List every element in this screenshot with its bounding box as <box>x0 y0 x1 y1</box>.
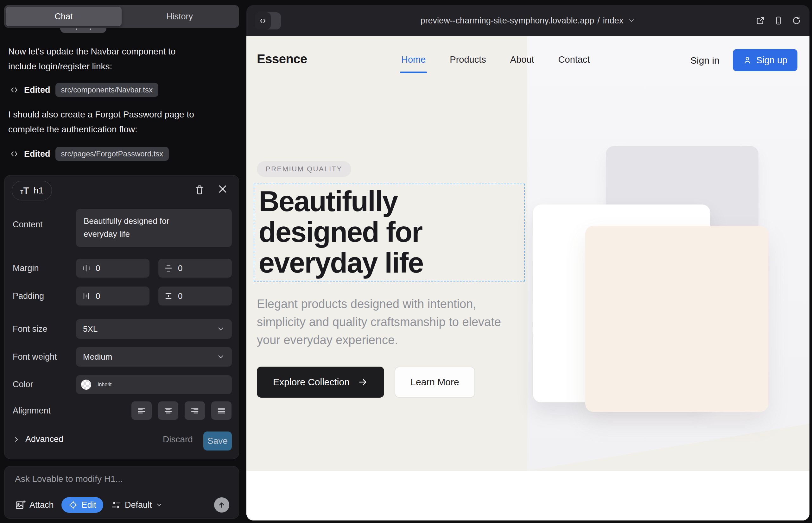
padding-x-input[interactable]: 0 <box>76 287 149 306</box>
tag-name: h1 <box>34 185 43 196</box>
composer-toolbar: Attach Edit Default <box>15 497 229 513</box>
close-icon[interactable] <box>217 184 228 194</box>
explore-collection-button[interactable]: Explore Collection <box>257 366 384 398</box>
preview-window: preview--charming-site-symphony.lovable.… <box>246 5 810 521</box>
align-justify-button[interactable] <box>211 401 231 420</box>
delete-element-button[interactable] <box>194 184 205 196</box>
align-left-button[interactable] <box>131 401 152 420</box>
font-weight-label: Font weight <box>13 352 57 362</box>
font-size-select[interactable]: 5XL <box>76 319 232 339</box>
nav-link-about[interactable]: About <box>510 54 534 65</box>
attach-button[interactable]: Attach <box>15 500 54 510</box>
attach-image-icon <box>15 500 26 510</box>
assistant-message: I should also create a Forgot Password p… <box>8 107 198 137</box>
decor-card-cream <box>585 226 768 412</box>
alignment-group <box>131 401 231 420</box>
url-separator: / <box>597 16 600 26</box>
margin-y-input[interactable]: 0 <box>158 259 232 278</box>
page-name: index <box>603 16 623 26</box>
sliders-icon <box>111 500 121 510</box>
align-center-button[interactable] <box>158 401 178 420</box>
cta-row: Explore Collection Learn More <box>257 366 475 398</box>
decorative-wedge <box>527 418 810 471</box>
nav-link-home[interactable]: Home <box>401 54 426 65</box>
learn-more-button[interactable]: Learn More <box>394 366 475 398</box>
refresh-icon <box>792 16 801 25</box>
chevron-down-icon <box>217 325 225 333</box>
open-external-button[interactable] <box>756 16 765 25</box>
chevron-down-icon <box>628 17 635 24</box>
assistant-message: Now let's update the Navbar component to… <box>8 44 198 74</box>
page-footer-section <box>246 471 810 521</box>
edited-file-row: Edited src/pages/ForgotPassword.tsx <box>10 147 169 161</box>
font-size-label: Font size <box>13 324 48 334</box>
url-breadcrumb[interactable]: preview--charming-site-symphony.lovable.… <box>246 5 810 36</box>
user-icon <box>743 56 752 65</box>
crosshair-icon <box>68 500 78 510</box>
tab-history[interactable]: History <box>122 7 237 26</box>
browser-chrome: preview--charming-site-symphony.lovable.… <box>246 5 810 36</box>
lovable-chat-panel: Chat History Now let's update the Navbar… <box>0 0 246 523</box>
margin-vertical-icon <box>164 264 173 273</box>
arrow-right-icon <box>358 377 368 387</box>
sign-up-button[interactable]: Sign up <box>733 49 797 71</box>
chrome-actions <box>756 5 801 36</box>
premium-badge: PREMIUM QUALITY <box>257 161 351 177</box>
chat-history-tabbar: Chat History <box>4 5 239 28</box>
mobile-view-button[interactable] <box>774 16 783 25</box>
color-select[interactable]: Inherit <box>76 375 232 394</box>
color-label: Color <box>13 380 33 390</box>
advanced-toggle[interactable]: Advanced <box>13 434 63 444</box>
color-swatch <box>81 380 91 390</box>
tab-chat[interactable]: Chat <box>6 7 122 26</box>
margin-x-input[interactable]: 0 <box>76 259 149 278</box>
send-button[interactable] <box>214 497 229 512</box>
edit-mode-button[interactable]: Edit <box>61 497 104 513</box>
margin-horizontal-icon <box>82 264 91 273</box>
hero-headline[interactable]: Beautifully designed for everyday life <box>259 186 477 278</box>
refresh-button[interactable] <box>792 16 801 25</box>
font-weight-select[interactable]: Medium <box>76 347 232 366</box>
padding-label: Padding <box>13 291 44 301</box>
hero-subtext: Elegant products designed with intention… <box>257 295 507 349</box>
sign-in-button[interactable]: Sign in <box>690 55 720 66</box>
code-icon <box>10 86 19 94</box>
save-button[interactable]: Save <box>203 432 232 451</box>
padding-horizontal-icon <box>82 292 91 301</box>
mode-select-button[interactable]: Default <box>111 500 163 510</box>
nav-link-products[interactable]: Products <box>450 54 486 65</box>
smartphone-icon <box>774 16 783 25</box>
chevron-down-icon <box>156 502 163 508</box>
scrolled-chip-partial <box>60 28 106 33</box>
discard-button[interactable]: Discard <box>163 434 193 445</box>
alignment-label: Alignment <box>13 406 51 416</box>
file-chip[interactable]: src/pages/ForgotPassword.tsx <box>55 147 169 161</box>
margin-label: Margin <box>13 264 39 273</box>
preview-url: preview--charming-site-symphony.lovable.… <box>421 16 595 26</box>
element-selection-outline: Beautifully designed for everyday life <box>254 184 525 282</box>
editor-footer: Advanced Discard Save <box>4 431 239 451</box>
padding-vertical-icon <box>164 292 173 301</box>
composer-input[interactable] <box>15 474 224 489</box>
selected-element-tag: тT h1 <box>12 181 52 200</box>
text-type-icon: тT <box>20 185 29 196</box>
external-link-icon <box>756 16 765 25</box>
site-navbar: Essence Home Products About Contact Sign… <box>246 36 810 84</box>
chevron-right-icon <box>13 436 20 443</box>
padding-y-input[interactable]: 0 <box>158 287 232 306</box>
file-chip[interactable]: src/components/Navbar.tsx <box>55 83 158 97</box>
align-right-button[interactable] <box>184 401 205 420</box>
element-editor-panel: тT h1 Content Beautifully designed for e… <box>4 175 239 459</box>
edited-label: Edited <box>24 85 50 95</box>
site-page: Essence Home Products About Contact Sign… <box>246 36 810 521</box>
nav-link-contact[interactable]: Contact <box>558 54 590 65</box>
edited-file-row: Edited src/components/Navbar.tsx <box>10 83 158 97</box>
chat-composer: Attach Edit Default <box>4 466 239 519</box>
chevron-down-icon <box>217 353 225 361</box>
arrow-up-icon <box>217 501 226 509</box>
edited-label: Edited <box>24 149 50 159</box>
content-label: Content <box>13 220 43 230</box>
code-icon <box>10 150 19 158</box>
site-logo[interactable]: Essence <box>257 52 307 66</box>
content-input[interactable]: Beautifully designed for everyday life <box>76 209 232 247</box>
